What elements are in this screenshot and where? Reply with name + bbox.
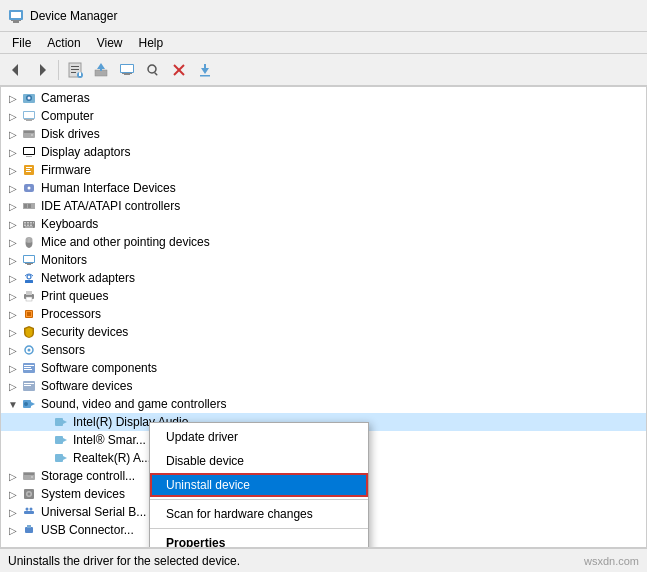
svg-rect-17: [124, 74, 130, 75]
tree-item-mice[interactable]: ▷ Mice and other pointing devices: [1, 233, 646, 251]
svg-rect-79: [24, 385, 31, 386]
svg-rect-70: [27, 312, 31, 316]
svg-marker-4: [12, 64, 18, 76]
icon-ide: [21, 198, 37, 214]
expand-usb-connector[interactable]: ▷: [5, 522, 21, 538]
context-menu-update-driver[interactable]: Update driver: [150, 425, 368, 449]
svg-point-91: [31, 476, 33, 478]
svg-rect-52: [24, 225, 26, 227]
svg-rect-45: [24, 204, 27, 208]
icon-print: [21, 288, 37, 304]
svg-point-34: [31, 134, 33, 136]
menu-file[interactable]: File: [4, 34, 39, 52]
svg-rect-95: [24, 511, 34, 514]
svg-point-96: [26, 508, 29, 511]
label-sound-video: Sound, video and game controllers: [41, 397, 226, 411]
expand-realtek: [37, 450, 53, 466]
icon-disk-drives: [21, 126, 37, 142]
label-disk-drives: Disk drives: [41, 127, 100, 141]
context-menu-uninstall[interactable]: Uninstall device: [150, 473, 368, 497]
svg-rect-46: [28, 204, 31, 208]
expand-security[interactable]: ▷: [5, 324, 21, 340]
expand-firmware[interactable]: ▷: [5, 162, 21, 178]
context-menu-disable[interactable]: Disable device: [150, 449, 368, 473]
tree-item-processors[interactable]: ▷ Processors: [1, 305, 646, 323]
svg-rect-60: [24, 256, 34, 262]
svg-point-72: [28, 349, 31, 352]
context-menu: Update driver Disable device Uninstall d…: [149, 422, 369, 548]
label-software-components: Software components: [41, 361, 157, 375]
expand-sensors[interactable]: ▷: [5, 342, 21, 358]
svg-rect-31: [24, 119, 34, 120]
svg-rect-41: [26, 171, 31, 172]
properties-button[interactable]: [63, 58, 87, 82]
icon-monitors: [21, 252, 37, 268]
svg-rect-16: [121, 65, 133, 72]
expand-software-components[interactable]: ▷: [5, 360, 21, 376]
title-bar: Device Manager: [0, 0, 647, 32]
svg-rect-1: [11, 12, 21, 18]
download-button[interactable]: [193, 58, 217, 82]
menu-action[interactable]: Action: [39, 34, 88, 52]
scan-button[interactable]: [141, 58, 165, 82]
update-driver-button[interactable]: [89, 58, 113, 82]
expand-usb-bus[interactable]: ▷: [5, 504, 21, 520]
watermark: wsxdn.com: [584, 555, 639, 567]
tree-item-security[interactable]: ▷ Security devices: [1, 323, 646, 341]
label-usb-bus: Universal Serial B...: [41, 505, 146, 519]
tree-item-disk-drives[interactable]: ▷ Disk drives: [1, 125, 646, 143]
expand-storage[interactable]: ▷: [5, 468, 21, 484]
tree-item-monitors[interactable]: ▷ Monitors: [1, 251, 646, 269]
label-mice: Mice and other pointing devices: [41, 235, 210, 249]
context-menu-properties[interactable]: Properties: [150, 531, 368, 548]
expand-software-devices[interactable]: ▷: [5, 378, 21, 394]
tree-item-keyboards[interactable]: ▷ Keyboards: [1, 215, 646, 233]
expand-disk-drives[interactable]: ▷: [5, 126, 21, 142]
svg-marker-86: [63, 438, 67, 442]
tree-item-cameras[interactable]: ▷ Cameras: [1, 89, 646, 107]
tree-item-computer[interactable]: ▷ Computer: [1, 107, 646, 125]
tree-item-sound-video[interactable]: ▼ Sound, video and game controllers: [1, 395, 646, 413]
expand-monitors[interactable]: ▷: [5, 252, 21, 268]
expand-cameras[interactable]: ▷: [5, 90, 21, 106]
expand-processors[interactable]: ▷: [5, 306, 21, 322]
svg-point-27: [28, 97, 31, 100]
tree-item-firmware[interactable]: ▷ Firmware: [1, 161, 646, 179]
svg-rect-11: [79, 73, 81, 76]
tree-item-hid[interactable]: ▷ Human Interface Devices: [1, 179, 646, 197]
tree-item-software-components[interactable]: ▷ Software components: [1, 359, 646, 377]
remove-button[interactable]: [167, 58, 191, 82]
expand-keyboards[interactable]: ▷: [5, 216, 21, 232]
expand-mice[interactable]: ▷: [5, 234, 21, 250]
svg-rect-51: [33, 222, 34, 224]
tree-item-sensors[interactable]: ▷ Sensors: [1, 341, 646, 359]
svg-point-43: [28, 187, 31, 190]
menu-view[interactable]: View: [89, 34, 131, 52]
monitor-button[interactable]: [115, 58, 139, 82]
label-display-adaptors: Display adaptors: [41, 145, 130, 159]
tree-item-software-devices[interactable]: ▷ Software devices: [1, 377, 646, 395]
forward-button[interactable]: [30, 58, 54, 82]
tree-item-display-adaptors[interactable]: ▷ Display adaptors: [1, 143, 646, 161]
svg-rect-54: [30, 225, 32, 227]
svg-marker-81: [31, 402, 35, 406]
tree-item-network-adapters[interactable]: ▷ Network adapters: [1, 269, 646, 287]
expand-network[interactable]: ▷: [5, 270, 21, 286]
expand-display-adaptors[interactable]: ▷: [5, 144, 21, 160]
expand-print[interactable]: ▷: [5, 288, 21, 304]
expand-system[interactable]: ▷: [5, 486, 21, 502]
expand-sound-video[interactable]: ▼: [5, 396, 21, 412]
menu-bar: File Action View Help: [0, 32, 647, 54]
tree-item-ide[interactable]: ▷ IDE ATA/ATAPI controllers: [1, 197, 646, 215]
expand-computer[interactable]: ▷: [5, 108, 21, 124]
icon-network: [21, 270, 37, 286]
context-menu-scan[interactable]: Scan for hardware changes: [150, 502, 368, 526]
expand-hid[interactable]: ▷: [5, 180, 21, 196]
back-button[interactable]: [4, 58, 28, 82]
svg-rect-75: [24, 367, 31, 368]
menu-help[interactable]: Help: [131, 34, 172, 52]
svg-rect-83: [55, 418, 63, 426]
tree-item-print-queues[interactable]: ▷ Print queues: [1, 287, 646, 305]
expand-ide[interactable]: ▷: [5, 198, 21, 214]
label-cameras: Cameras: [41, 91, 90, 105]
